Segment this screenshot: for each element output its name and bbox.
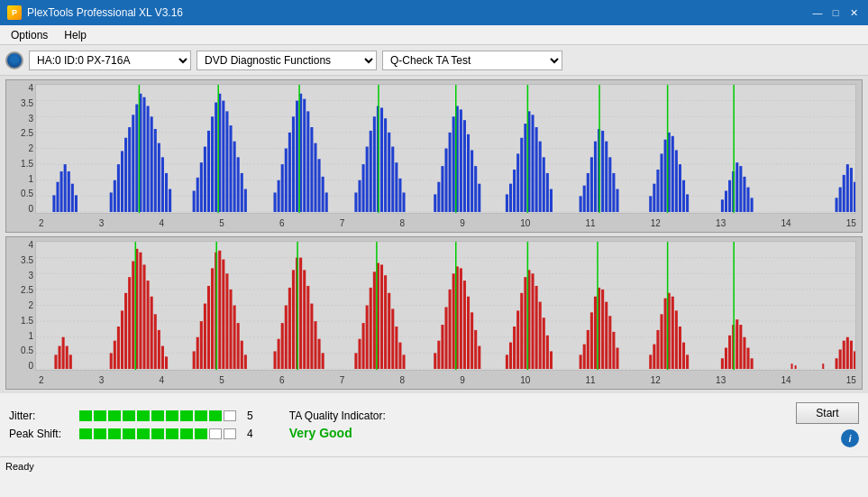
svg-rect-231 <box>452 273 455 369</box>
svg-rect-224 <box>402 354 405 369</box>
titlebar-controls[interactable]: — □ ✕ <box>810 6 861 19</box>
svg-rect-286 <box>751 358 754 369</box>
svg-rect-123 <box>656 170 659 212</box>
svg-rect-77 <box>395 162 397 212</box>
device-select[interactable]: HA:0 ID:0 PX-716A <box>29 51 191 70</box>
svg-rect-44 <box>229 125 232 212</box>
svg-rect-181 <box>196 337 199 369</box>
svg-rect-45 <box>233 142 236 212</box>
svg-rect-60 <box>310 127 313 212</box>
svg-rect-255 <box>583 345 586 369</box>
svg-rect-141 <box>751 198 754 212</box>
svg-rect-189 <box>225 273 228 369</box>
start-section: Start i <box>796 402 859 447</box>
svg-rect-251 <box>546 336 549 369</box>
svg-rect-50 <box>274 192 277 212</box>
svg-rect-247 <box>531 273 534 369</box>
svg-rect-168 <box>128 277 131 369</box>
menu-help[interactable]: Help <box>57 27 94 43</box>
svg-rect-88 <box>460 109 462 212</box>
svg-rect-125 <box>664 140 667 212</box>
svg-rect-116 <box>605 142 608 212</box>
jitter-seg-2 <box>94 410 106 421</box>
menu-options[interactable]: Options <box>4 27 55 43</box>
svg-rect-90 <box>467 134 470 212</box>
svg-rect-37 <box>204 147 206 212</box>
jitter-seg-7 <box>166 410 178 421</box>
minimize-button[interactable]: — <box>810 6 825 19</box>
svg-rect-256 <box>587 330 589 369</box>
ta-quality-label: TA Quality Indicator: <box>289 410 386 422</box>
ps-seg-9 <box>195 428 207 439</box>
svg-rect-129 <box>679 164 681 212</box>
jitter-seg-3 <box>108 410 121 421</box>
svg-rect-127 <box>672 136 674 212</box>
jitter-label: Jitter: <box>9 410 72 422</box>
svg-rect-128 <box>675 150 678 212</box>
start-button[interactable]: Start <box>796 402 859 424</box>
svg-rect-270 <box>664 299 667 369</box>
svg-rect-230 <box>449 290 452 369</box>
svg-rect-296 <box>854 351 855 369</box>
drive-icon <box>5 51 23 69</box>
svg-rect-213 <box>362 323 365 369</box>
chart-blue: 4 3.5 3 2.5 2 1.5 1 0.5 0 <box>5 79 863 233</box>
svg-rect-226 <box>434 353 436 369</box>
svg-rect-146 <box>846 164 849 212</box>
svg-rect-172 <box>142 264 145 369</box>
svg-rect-166 <box>121 310 123 369</box>
svg-rect-70 <box>370 131 372 212</box>
svg-rect-163 <box>110 353 113 369</box>
svg-rect-178 <box>165 356 168 369</box>
test-select[interactable]: Q-Check TA Test <box>382 51 562 70</box>
app-title: PlexTools Professional XL V3.16 <box>27 6 183 19</box>
svg-rect-241 <box>509 343 512 369</box>
svg-rect-272 <box>672 297 674 369</box>
ps-seg-1 <box>79 428 92 439</box>
function-select[interactable]: DVD Diagnostic Functions <box>196 51 377 70</box>
svg-rect-91 <box>471 150 473 212</box>
svg-rect-274 <box>679 327 681 369</box>
svg-rect-138 <box>739 166 742 212</box>
svg-rect-145 <box>843 175 845 212</box>
svg-rect-47 <box>241 173 243 212</box>
svg-rect-64 <box>325 192 328 212</box>
svg-rect-92 <box>474 166 477 212</box>
svg-rect-290 <box>822 364 824 369</box>
maximize-button[interactable]: □ <box>828 6 843 19</box>
svg-rect-119 <box>616 189 618 212</box>
svg-rect-134 <box>725 191 727 213</box>
ta-quality-value: Very Good <box>289 426 386 440</box>
info-icon[interactable]: i <box>841 429 859 447</box>
svg-rect-266 <box>649 354 652 369</box>
svg-rect-276 <box>686 354 689 369</box>
svg-rect-267 <box>653 345 655 369</box>
svg-rect-22 <box>132 115 134 212</box>
svg-rect-262 <box>608 316 611 369</box>
svg-rect-107 <box>550 189 553 212</box>
svg-rect-17 <box>114 180 116 212</box>
jitter-seg-9 <box>195 410 207 421</box>
peakshift-row: Peak Shift: 4 <box>9 428 253 440</box>
svg-rect-206 <box>310 304 313 369</box>
svg-rect-288 <box>791 364 793 369</box>
titlebar: P PlexTools Professional XL V3.16 — □ ✕ <box>0 0 868 25</box>
svg-rect-79 <box>402 192 405 212</box>
svg-rect-16 <box>110 192 113 212</box>
svg-rect-282 <box>736 319 738 369</box>
svg-rect-54 <box>288 133 291 212</box>
close-button[interactable]: ✕ <box>846 6 861 19</box>
jitter-seg-4 <box>123 410 135 421</box>
svg-rect-192 <box>237 323 240 369</box>
svg-rect-158 <box>54 354 57 369</box>
ta-section: TA Quality Indicator: Very Good <box>289 410 386 440</box>
svg-rect-294 <box>846 337 849 369</box>
svg-rect-233 <box>460 268 462 369</box>
svg-rect-229 <box>444 307 447 369</box>
svg-rect-38 <box>207 131 210 212</box>
svg-rect-67 <box>358 180 361 212</box>
svg-rect-245 <box>524 277 526 369</box>
svg-rect-275 <box>682 343 685 369</box>
menubar: Options Help <box>0 25 868 45</box>
svg-rect-279 <box>725 348 727 370</box>
